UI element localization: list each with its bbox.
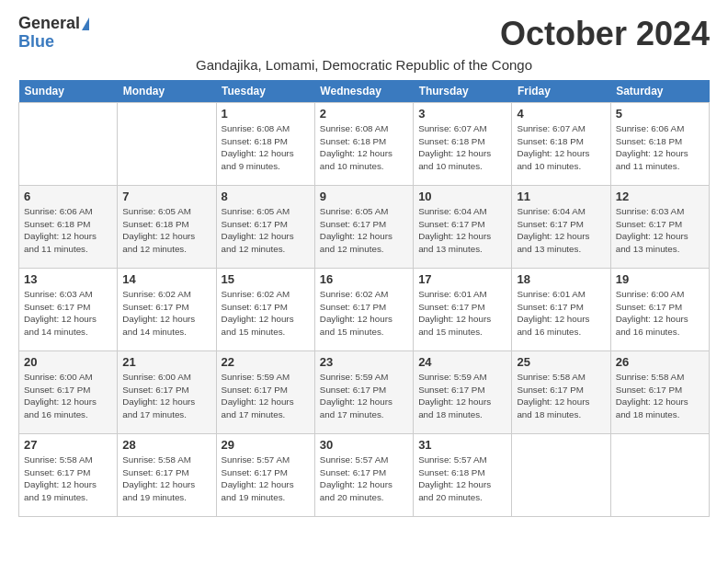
day-number: 26 <box>616 355 704 369</box>
calendar-cell: 14Sunrise: 6:02 AM Sunset: 6:17 PM Dayli… <box>118 269 216 351</box>
day-number: 13 <box>24 272 112 286</box>
day-number: 11 <box>517 190 605 203</box>
day-number: 22 <box>222 355 310 369</box>
week-row-3: 13Sunrise: 6:03 AM Sunset: 6:17 PM Dayli… <box>19 269 710 351</box>
calendar-cell: 15Sunrise: 6:02 AM Sunset: 6:17 PM Dayli… <box>216 269 314 351</box>
day-number: 8 <box>222 190 310 203</box>
day-info: Sunrise: 5:59 AM Sunset: 6:17 PM Dayligh… <box>320 371 408 421</box>
day-info: Sunrise: 6:01 AM Sunset: 6:17 PM Dayligh… <box>517 288 605 339</box>
calendar-cell: 16Sunrise: 6:02 AM Sunset: 6:17 PM Dayli… <box>314 269 413 351</box>
calendar-cell: 9Sunrise: 6:05 AM Sunset: 6:17 PM Daylig… <box>314 186 413 269</box>
day-number: 17 <box>418 272 506 286</box>
day-info: Sunrise: 6:05 AM Sunset: 6:18 PM Dayligh… <box>122 205 210 256</box>
day-number: 3 <box>418 107 506 121</box>
day-info: Sunrise: 6:04 AM Sunset: 6:17 PM Dayligh… <box>517 205 605 256</box>
day-info: Sunrise: 5:58 AM Sunset: 6:17 PM Dayligh… <box>616 371 704 421</box>
day-number: 7 <box>122 190 210 203</box>
calendar-cell <box>610 434 709 517</box>
day-info: Sunrise: 6:04 AM Sunset: 6:17 PM Dayligh… <box>418 205 506 256</box>
location-subtitle: Gandajika, Lomami, Democratic Republic o… <box>18 57 710 73</box>
day-info: Sunrise: 5:59 AM Sunset: 6:17 PM Dayligh… <box>418 371 506 421</box>
day-number: 19 <box>616 272 704 286</box>
week-row-5: 27Sunrise: 5:58 AM Sunset: 6:17 PM Dayli… <box>19 434 710 517</box>
week-row-1: 1Sunrise: 6:08 AM Sunset: 6:18 PM Daylig… <box>19 103 710 186</box>
logo-triangle-icon <box>82 17 89 30</box>
day-info: Sunrise: 5:58 AM Sunset: 6:17 PM Dayligh… <box>24 454 112 504</box>
day-number: 25 <box>517 355 605 369</box>
day-info: Sunrise: 5:58 AM Sunset: 6:17 PM Dayligh… <box>122 454 210 504</box>
calendar-cell: 22Sunrise: 5:59 AM Sunset: 6:17 PM Dayli… <box>216 351 314 434</box>
day-info: Sunrise: 6:08 AM Sunset: 6:18 PM Dayligh… <box>222 122 310 173</box>
day-number: 5 <box>616 107 704 121</box>
calendar-cell: 18Sunrise: 6:01 AM Sunset: 6:17 PM Dayli… <box>512 269 610 351</box>
header-wednesday: Wednesday <box>314 80 413 103</box>
day-number: 23 <box>320 355 408 369</box>
day-info: Sunrise: 5:57 AM Sunset: 6:17 PM Dayligh… <box>222 454 310 504</box>
week-row-4: 20Sunrise: 6:00 AM Sunset: 6:17 PM Dayli… <box>19 351 710 434</box>
day-info: Sunrise: 5:57 AM Sunset: 6:18 PM Dayligh… <box>418 454 506 504</box>
page-header: General Blue October 2024 <box>18 15 710 53</box>
day-number: 4 <box>517 107 605 121</box>
day-info: Sunrise: 6:05 AM Sunset: 6:17 PM Dayligh… <box>222 205 310 256</box>
day-info: Sunrise: 6:05 AM Sunset: 6:17 PM Dayligh… <box>320 205 408 256</box>
day-info: Sunrise: 6:01 AM Sunset: 6:17 PM Dayligh… <box>418 288 506 339</box>
day-info: Sunrise: 6:00 AM Sunset: 6:17 PM Dayligh… <box>616 288 704 339</box>
day-info: Sunrise: 6:07 AM Sunset: 6:18 PM Dayligh… <box>517 122 605 173</box>
calendar-cell: 13Sunrise: 6:03 AM Sunset: 6:17 PM Dayli… <box>19 269 118 351</box>
calendar-cell <box>512 434 610 517</box>
calendar-table: SundayMondayTuesdayWednesdayThursdayFrid… <box>18 80 710 517</box>
day-info: Sunrise: 6:00 AM Sunset: 6:17 PM Dayligh… <box>122 371 210 421</box>
day-number: 27 <box>24 438 112 452</box>
calendar-cell: 1Sunrise: 6:08 AM Sunset: 6:18 PM Daylig… <box>216 103 314 186</box>
day-number: 9 <box>320 190 408 203</box>
calendar-cell: 3Sunrise: 6:07 AM Sunset: 6:18 PM Daylig… <box>414 103 512 186</box>
calendar-cell: 10Sunrise: 6:04 AM Sunset: 6:17 PM Dayli… <box>414 186 512 269</box>
calendar-cell: 20Sunrise: 6:00 AM Sunset: 6:17 PM Dayli… <box>19 351 118 434</box>
calendar-cell: 27Sunrise: 5:58 AM Sunset: 6:17 PM Dayli… <box>19 434 118 517</box>
calendar-cell: 25Sunrise: 5:58 AM Sunset: 6:17 PM Dayli… <box>512 351 610 434</box>
day-number: 1 <box>222 107 310 121</box>
header-friday: Friday <box>512 80 610 103</box>
logo-general-text: General <box>18 15 80 33</box>
day-info: Sunrise: 6:03 AM Sunset: 6:17 PM Dayligh… <box>616 205 704 256</box>
calendar-cell: 29Sunrise: 5:57 AM Sunset: 6:17 PM Dayli… <box>216 434 314 517</box>
day-number: 29 <box>222 438 310 452</box>
day-number: 31 <box>418 438 506 452</box>
calendar-cell: 2Sunrise: 6:08 AM Sunset: 6:18 PM Daylig… <box>314 103 413 186</box>
calendar-cell: 12Sunrise: 6:03 AM Sunset: 6:17 PM Dayli… <box>610 186 709 269</box>
logo: General Blue <box>18 15 89 52</box>
day-number: 10 <box>418 190 506 203</box>
day-number: 18 <box>517 272 605 286</box>
day-info: Sunrise: 6:02 AM Sunset: 6:17 PM Dayligh… <box>122 288 210 339</box>
day-info: Sunrise: 6:06 AM Sunset: 6:18 PM Dayligh… <box>24 205 112 256</box>
header-monday: Monday <box>118 80 216 103</box>
day-info: Sunrise: 5:57 AM Sunset: 6:17 PM Dayligh… <box>320 454 408 504</box>
week-row-2: 6Sunrise: 6:06 AM Sunset: 6:18 PM Daylig… <box>19 186 710 269</box>
day-number: 21 <box>122 355 210 369</box>
day-info: Sunrise: 5:58 AM Sunset: 6:17 PM Dayligh… <box>517 371 605 421</box>
calendar-cell: 11Sunrise: 6:04 AM Sunset: 6:17 PM Dayli… <box>512 186 610 269</box>
day-number: 6 <box>24 190 112 203</box>
day-info: Sunrise: 6:06 AM Sunset: 6:18 PM Dayligh… <box>616 122 704 173</box>
day-number: 20 <box>24 355 112 369</box>
day-number: 16 <box>320 272 408 286</box>
calendar-cell: 17Sunrise: 6:01 AM Sunset: 6:17 PM Dayli… <box>414 269 512 351</box>
calendar-cell: 6Sunrise: 6:06 AM Sunset: 6:18 PM Daylig… <box>19 186 118 269</box>
calendar-cell: 24Sunrise: 5:59 AM Sunset: 6:17 PM Dayli… <box>414 351 512 434</box>
day-info: Sunrise: 5:59 AM Sunset: 6:17 PM Dayligh… <box>222 371 310 421</box>
calendar-cell: 23Sunrise: 5:59 AM Sunset: 6:17 PM Dayli… <box>314 351 413 434</box>
day-info: Sunrise: 6:02 AM Sunset: 6:17 PM Dayligh… <box>222 288 310 339</box>
header-tuesday: Tuesday <box>216 80 314 103</box>
header-sunday: Sunday <box>19 80 118 103</box>
day-number: 28 <box>122 438 210 452</box>
day-number: 30 <box>320 438 408 452</box>
day-number: 2 <box>320 107 408 121</box>
calendar-cell: 26Sunrise: 5:58 AM Sunset: 6:17 PM Dayli… <box>610 351 709 434</box>
calendar-cell <box>118 103 216 186</box>
day-number: 15 <box>222 272 310 286</box>
calendar-cell: 21Sunrise: 6:00 AM Sunset: 6:17 PM Dayli… <box>118 351 216 434</box>
month-title: October 2024 <box>500 15 710 53</box>
day-info: Sunrise: 6:03 AM Sunset: 6:17 PM Dayligh… <box>24 288 112 339</box>
day-number: 24 <box>418 355 506 369</box>
header-saturday: Saturday <box>610 80 709 103</box>
